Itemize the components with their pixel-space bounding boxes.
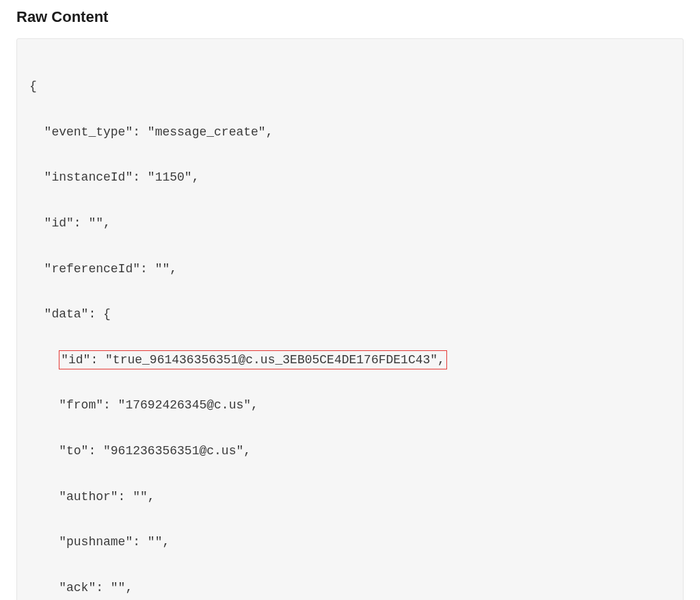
code-line: "instanceId": "1150", — [29, 166, 671, 189]
code-line: "id": "", — [29, 212, 671, 235]
code-line: "event_type": "message_create", — [29, 121, 671, 144]
raw-content-code-block: { "event_type": "message_create", "insta… — [16, 38, 684, 600]
code-line: { — [29, 75, 671, 98]
raw-content-title: Raw Content — [16, 8, 684, 26]
code-line: "from": "17692426345@c.us", — [29, 394, 671, 417]
indent — [29, 353, 59, 367]
code-line: "pushname": "", — [29, 531, 671, 553]
code-line-highlighted: "id": "true_961436356351@c.us_3EB05CE4DE… — [29, 349, 671, 371]
code-line: "data": { — [29, 303, 671, 326]
code-line: "to": "961236356351@c.us", — [29, 440, 671, 462]
code-line: "referenceId": "", — [29, 258, 671, 281]
code-line: "ack": "", — [29, 577, 671, 599]
highlighted-id: "id": "true_961436356351@c.us_3EB05CE4DE… — [59, 350, 447, 369]
code-line: "author": "", — [29, 486, 671, 508]
